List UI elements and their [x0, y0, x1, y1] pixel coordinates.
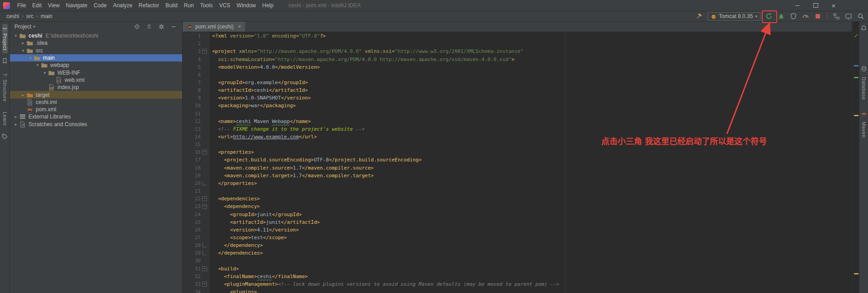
fold-marker[interactable]: − [201, 266, 208, 271]
menu-vcs[interactable]: VCS [216, 0, 234, 11]
code-line-17[interactable]: 17 <project.build.sourceEncoding>UTF-8</… [183, 156, 852, 164]
stripe-tab-7-structure[interactable]: 7: Structure [2, 70, 8, 105]
code-line-11[interactable]: 11 [183, 110, 852, 118]
collapsed-arrow-icon[interactable]: ▸ [13, 114, 19, 119]
menu-analyze[interactable]: Analyze [110, 0, 136, 11]
code-line-1[interactable]: 1<?xml version="1.0" encoding="UTF-8"?> [183, 32, 852, 40]
fold-marker[interactable]: − [201, 204, 208, 209]
code-line-6[interactable]: 6 [183, 71, 852, 79]
code-line-16[interactable]: 16− <properties> [183, 148, 852, 156]
code-line-26[interactable]: 26 <version>4.11</version> [183, 226, 852, 234]
breadcrumb-ceshi[interactable]: ceshi [5, 13, 20, 19]
menu-window[interactable]: Window [233, 0, 259, 11]
collapsed-arrow-icon[interactable]: ▸ [13, 122, 19, 127]
hide-button[interactable] [170, 23, 178, 31]
menu-help[interactable]: Help [259, 0, 277, 11]
bookmark-button[interactable] [1, 57, 8, 66]
tree-item-web-inf[interactable]: ▾WEB-INF [10, 69, 182, 76]
code-line-19[interactable]: 19 <maven.compiler.target>1.7</maven.com… [183, 172, 852, 180]
code-line-22[interactable]: 22− <dependencies> [183, 195, 852, 203]
code-line-27[interactable]: 27 <scope>test</scope> [183, 234, 852, 241]
rerun-button[interactable] [764, 12, 774, 21]
code-line-31[interactable]: 31− <build> [183, 265, 852, 273]
minimize-button[interactable] [788, 0, 807, 11]
close-icon[interactable]: × [238, 24, 241, 29]
stripe-tab-1-project[interactable]: 1: Project [2, 24, 8, 53]
locate-button[interactable] [133, 23, 141, 31]
code-line-32[interactable]: 32 <finalName>ceshi</finalName> [183, 273, 852, 280]
breadcrumb-main[interactable]: main [40, 13, 53, 19]
code-line-34[interactable]: 34 <plugins> [183, 288, 852, 293]
close-button[interactable]: × [825, 0, 843, 11]
code-line-13[interactable]: 13 <!-- FIXME change it to the project's… [183, 125, 852, 133]
fold-marker[interactable] [201, 181, 208, 185]
expanded-arrow-icon[interactable]: ▾ [34, 63, 41, 67]
expanded-arrow-icon[interactable]: ▾ [27, 56, 33, 60]
code-line-7[interactable]: 7 <groupId>org.example</groupId> [183, 79, 852, 86]
tree-item-webapp[interactable]: ▾webapp [10, 61, 182, 69]
code-line-21[interactable]: 21 [183, 187, 852, 195]
tree-item-ceshi[interactable]: ▾ceshiE:\idea\worktext\ceshi [10, 32, 182, 39]
menu-tools[interactable]: Tools [197, 0, 216, 11]
search-everywhere-button[interactable] [855, 12, 866, 21]
layout-button[interactable] [843, 12, 854, 21]
tab-pom-xml[interactable]: m pom.xml (ceshi) × [183, 22, 245, 32]
code-line-12[interactable]: 12 <name>ceshi Maven Webapp</name> [183, 118, 852, 125]
tree-item-scratches-and-consoles[interactable]: ▸Scratches and Consoles [10, 121, 182, 128]
menu-run[interactable]: Run [181, 0, 197, 11]
stripe-tab-group-maven[interactable]: mMaven [861, 110, 867, 141]
code-line-18[interactable]: 18 <maven.compiler.source>1.7</maven.com… [183, 164, 852, 172]
tree-item-external-libraries[interactable]: ▸External Libraries [10, 113, 182, 120]
code-line-25[interactable]: 25 <artifactId>junit</artifactId> [183, 218, 852, 226]
debug-button[interactable] [776, 12, 787, 21]
project-structure-button[interactable] [831, 12, 842, 21]
fold-marker[interactable]: − [201, 196, 208, 201]
stripe-mark[interactable] [854, 77, 859, 78]
tree-item-main[interactable]: ▾main [10, 54, 182, 61]
project-panel-title[interactable]: Project ▾ [14, 24, 35, 30]
tree-item-ceshi-iml[interactable]: ceshi.iml [10, 99, 182, 106]
collapsed-arrow-icon[interactable]: ▸ [20, 93, 26, 97]
stripe-mark[interactable] [854, 273, 859, 274]
build-button[interactable] [693, 12, 704, 21]
menu-code[interactable]: Code [90, 0, 110, 11]
expanded-arrow-icon[interactable]: ▾ [42, 71, 48, 75]
bell-button[interactable] [860, 25, 867, 33]
coverage-button[interactable] [788, 12, 799, 21]
expanded-arrow-icon[interactable]: ▾ [20, 48, 26, 53]
tree-item-target[interactable]: ▸target [10, 91, 182, 98]
tree-item-web-xml[interactable]: web.xml [10, 76, 182, 84]
code-area[interactable]: 1<?xml version="1.0" encoding="UTF-8"?>2… [183, 32, 852, 293]
stripe-tab-group-database[interactable]: Database [861, 66, 867, 103]
menu-refactor[interactable]: Refactor [136, 0, 162, 11]
menu-navigate[interactable]: Navigate [63, 0, 90, 11]
menu-file[interactable]: File [14, 0, 29, 11]
breadcrumb-src[interactable]: src [25, 13, 34, 19]
tree-item-src[interactable]: ▾src [10, 47, 182, 54]
code-line-28[interactable]: 28 </dependency> [183, 241, 852, 249]
run-config-selector[interactable]: Tomcat 8.0.35▾ [708, 12, 760, 21]
code-line-5[interactable]: 5 <modelVersion>4.0.0</modelVersion> [183, 63, 852, 71]
stripe-tab-maven[interactable]: Maven [861, 118, 867, 141]
code-line-4[interactable]: 4 xsi:schemaLocation="http://maven.apach… [183, 55, 852, 63]
fold-marker[interactable] [201, 251, 208, 255]
code-line-14[interactable]: 14 <url>http://www.example.com</url> [183, 133, 852, 141]
menu-build[interactable]: Build [162, 0, 181, 11]
fold-marker[interactable]: − [201, 282, 208, 287]
stripe-mark[interactable] [854, 115, 859, 116]
code-line-2[interactable]: 2 [183, 40, 852, 47]
code-line-23[interactable]: 23− <dependency> [183, 203, 852, 210]
profiler-button[interactable] [800, 12, 811, 21]
code-line-30[interactable]: 30 [183, 257, 852, 265]
tree-item-idea[interactable]: ▸.idea [10, 39, 182, 47]
code-line-29[interactable]: 29 </dependencies> [183, 249, 852, 257]
stripe-tab-database[interactable]: Database [861, 74, 867, 103]
tree-item-index-jsp[interactable]: JSPindex.jsp [10, 84, 182, 91]
code-line-8[interactable]: 8 <artifactId>ceshi</artifactId> [183, 86, 852, 94]
menu-edit[interactable]: Edit [29, 0, 45, 11]
menu-view[interactable]: View [45, 0, 63, 11]
fold-marker[interactable] [201, 243, 208, 247]
expanded-arrow-icon[interactable]: ▾ [13, 33, 19, 38]
maximize-button[interactable] [807, 0, 825, 11]
code-line-15[interactable]: 15 [183, 141, 852, 148]
